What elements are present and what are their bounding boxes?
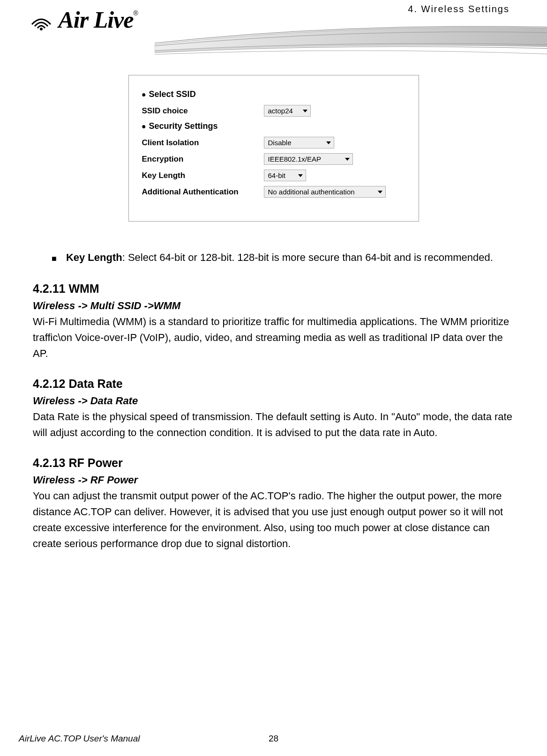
rfpower-heading: 4.2.13 RF Power	[33, 454, 514, 472]
wmm-body: Wi-Fi Multimedia (WMM) is a standard to …	[33, 314, 514, 362]
footer-page-number: 28	[269, 734, 278, 744]
bullet-icon: ■	[52, 252, 57, 266]
key-length-bullet: ■ Key Length: Select 64-bit or 128-bit. …	[33, 250, 514, 266]
chapter-label: 4. Wireless Settings	[408, 4, 510, 15]
bullet-term: Key Length	[66, 252, 122, 263]
select-ssid-heading: Select SSID	[142, 89, 405, 99]
ssid-choice-label: SSID choice	[142, 106, 264, 116]
header-swoosh	[155, 19, 528, 70]
settings-screenshot: Select SSID SSID choice actop24 Security…	[128, 75, 419, 222]
svg-point-0	[40, 28, 43, 30]
datarate-body: Data Rate is the physical speed of trans…	[33, 409, 514, 441]
security-settings-heading: Security Settings	[142, 121, 405, 131]
encryption-select[interactable]: IEEE802.1x/EAP	[264, 153, 353, 165]
datarate-heading: 4.2.12 Data Rate	[33, 375, 514, 393]
client-isolation-select[interactable]: Disable	[264, 137, 334, 148]
key-length-label: Key Length	[142, 171, 264, 180]
encryption-label: Encryption	[142, 155, 264, 164]
logo-registered: ®	[133, 9, 138, 17]
footer-manual: AirLive AC.TOP User's Manual	[19, 734, 140, 743]
wmm-path: Wireless -> Multi SSID ->WMM	[33, 298, 514, 314]
ssid-choice-select[interactable]: actop24	[264, 105, 311, 117]
logo-text: Air Live	[58, 6, 133, 33]
additional-auth-select[interactable]: No additional authentication	[264, 186, 386, 198]
key-length-select[interactable]: 64-bit	[264, 170, 306, 181]
bullet-text: : Select 64-bit or 128-bit. 128-bit is m…	[122, 252, 493, 263]
wifi-icon	[28, 6, 54, 34]
wmm-heading: 4.2.11 WMM	[33, 280, 514, 298]
client-isolation-label: Client Isolation	[142, 138, 264, 148]
airlive-logo: Air Live®	[28, 6, 159, 34]
rfpower-path: Wireless -> RF Power	[33, 472, 514, 488]
additional-auth-label: Additional Authentication	[142, 187, 264, 197]
rfpower-body: You can adjust the transmit output power…	[33, 488, 514, 552]
datarate-path: Wireless -> Data Rate	[33, 393, 514, 409]
